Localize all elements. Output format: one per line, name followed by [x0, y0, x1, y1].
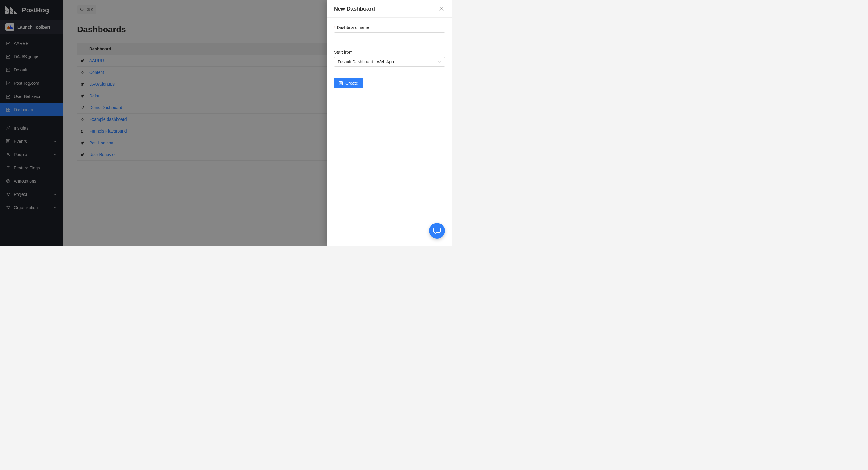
- required-asterisk: *: [334, 25, 336, 30]
- start-from-select[interactable]: Default Dashboard - Web App: [334, 57, 445, 67]
- dashboard-name-label: *Dashboard name: [334, 25, 445, 30]
- drawer-header: New Dashboard: [327, 0, 452, 18]
- drawer-title: New Dashboard: [334, 6, 375, 12]
- dashboard-name-input[interactable]: [334, 32, 445, 42]
- new-dashboard-drawer: New Dashboard *Dashboard name Start from…: [327, 0, 452, 246]
- chevron-down-icon: [438, 61, 441, 63]
- chat-icon: [433, 227, 441, 235]
- create-button[interactable]: Create: [334, 78, 363, 88]
- drawer-body: *Dashboard name Start from Default Dashb…: [327, 18, 452, 95]
- chat-support-button[interactable]: [429, 223, 445, 239]
- start-from-label: Start from: [334, 50, 445, 55]
- svg-rect-32: [340, 82, 341, 83]
- svg-rect-33: [340, 84, 342, 85]
- start-from-value: Default Dashboard - Web App: [338, 59, 394, 64]
- create-button-label: Create: [345, 81, 358, 86]
- close-icon[interactable]: [438, 5, 445, 12]
- save-icon: [339, 81, 343, 85]
